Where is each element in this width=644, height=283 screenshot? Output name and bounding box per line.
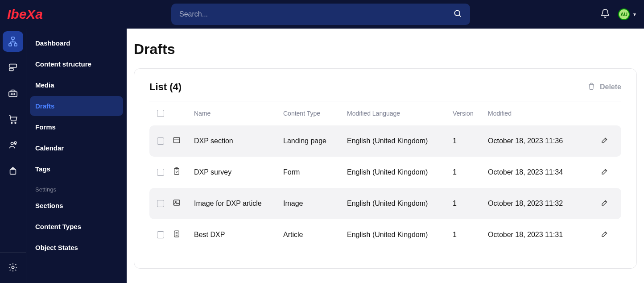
rail-item-catalog[interactable] [3,83,23,104]
delete-label: Delete [600,83,621,91]
window-icon [173,138,181,146]
main-content: Drafts List (4) Delete Name [127,29,644,283]
row-checkbox[interactable] [157,169,164,176]
search-input[interactable] [171,4,470,25]
cell-version: 1 [453,137,488,145]
sidebar-item-dashboard[interactable]: Dashboard [30,33,123,53]
bell-icon[interactable] [600,8,610,20]
cell-modified: October 18, 2023 11:36 [488,137,597,145]
sidebar-item-drafts[interactable]: Drafts [30,96,123,116]
svg-rect-3 [12,37,14,39]
select-all-checkbox[interactable] [157,110,164,117]
rail-item-content[interactable] [3,31,23,52]
rail-item-site[interactable] [3,57,23,78]
sidebar-item-media[interactable]: Media [30,75,123,95]
col-modified: Modified [488,110,597,117]
edit-icon[interactable] [601,232,609,239]
table-row: DXP survey Form English (United Kingdom)… [149,157,621,188]
article-icon [173,232,181,239]
rail-item-users[interactable] [3,135,23,155]
svg-rect-5 [14,44,17,46]
list-title: List (4) [149,81,182,93]
top-header: IbeXa AU ▼ [0,0,644,29]
svg-point-13 [15,122,16,124]
cell-modified: October 18, 2023 11:31 [488,231,597,239]
sidebar-item-sections[interactable]: Sections [30,196,123,216]
cell-content-type: Image [283,200,347,208]
cell-version: 1 [453,231,488,239]
list-card: List (4) Delete Name Content Type [134,68,637,269]
icon-rail [0,29,26,283]
svg-rect-22 [173,200,180,205]
table-row: DXP section Landing page English (United… [149,125,621,157]
sub-sidebar: Dashboard Content structure Media Drafts… [26,29,127,283]
svg-line-2 [459,15,461,17]
drafts-table: Name Content Type Modified Language Vers… [149,101,621,250]
cell-language: English (United Kingdom) [347,200,453,208]
edit-icon[interactable] [601,200,609,208]
cell-name: DXP survey [194,168,283,176]
svg-rect-18 [173,137,180,143]
svg-rect-7 [9,68,13,71]
chevron-down-icon: ▼ [632,12,637,17]
cell-modified: October 18, 2023 11:32 [488,200,597,208]
header-right: AU ▼ [600,8,637,20]
sidebar-item-forms[interactable]: Forms [30,117,123,137]
cell-language: English (United Kingdom) [347,137,453,145]
svg-point-12 [11,122,12,124]
cell-name: Image for DXP article [194,200,283,208]
cell-content-type: Landing page [283,137,347,145]
col-version: Version [453,110,488,117]
cell-modified: October 18, 2023 11:34 [488,168,597,176]
svg-point-10 [12,94,13,95]
logo: IbeXa [7,7,60,21]
cell-name: DXP section [194,137,283,145]
cell-content-type: Form [283,168,347,176]
col-modified-language: Modified Language [347,110,453,117]
table-header: Name Content Type Modified Language Vers… [149,101,621,125]
search-wrapper [171,4,470,25]
rail-item-settings[interactable] [3,257,23,278]
svg-point-9 [11,94,12,95]
delete-button[interactable]: Delete [587,82,621,92]
sidebar-item-content-structure[interactable]: Content structure [30,54,123,74]
trash-icon [587,82,595,92]
cell-version: 1 [453,200,488,208]
svg-rect-6 [9,64,17,67]
svg-point-11 [14,94,15,95]
svg-point-17 [12,266,14,269]
cell-content-type: Article [283,231,347,239]
sidebar-item-object-states[interactable]: Object States [30,237,123,258]
table-row: Best DXP Article English (United Kingdom… [149,219,621,250]
row-checkbox[interactable] [157,231,164,238]
image-icon [173,200,181,208]
user-menu[interactable]: AU ▼ [618,8,637,20]
edit-icon[interactable] [601,138,609,146]
sidebar-item-tags[interactable]: Tags [30,159,123,179]
page-title: Drafts [134,41,637,58]
row-checkbox[interactable] [157,200,164,207]
cell-name: Best DXP [194,231,283,239]
clipboard-check-icon [173,169,181,177]
edit-icon[interactable] [601,169,609,177]
avatar: AU [618,8,630,20]
sidebar-settings-header: Settings [30,180,123,195]
row-checkbox[interactable] [157,137,164,145]
svg-rect-4 [9,44,12,46]
cell-version: 1 [453,168,488,176]
sidebar-item-calendar[interactable]: Calendar [30,138,123,158]
svg-point-14 [11,142,13,145]
rail-item-archive[interactable] [3,161,23,181]
rail-item-commerce[interactable] [3,109,23,129]
search-icon[interactable] [453,9,462,20]
col-name: Name [194,110,283,117]
svg-text:IbeXa: IbeXa [7,7,43,21]
cell-language: English (United Kingdom) [347,168,453,176]
svg-rect-16 [10,169,16,174]
cell-language: English (United Kingdom) [347,231,453,239]
table-row: Image for DXP article Image English (Uni… [149,188,621,219]
svg-point-1 [454,10,460,16]
col-content-type: Content Type [283,110,347,117]
svg-point-15 [14,142,17,144]
sidebar-item-content-types[interactable]: Content Types [30,216,123,237]
